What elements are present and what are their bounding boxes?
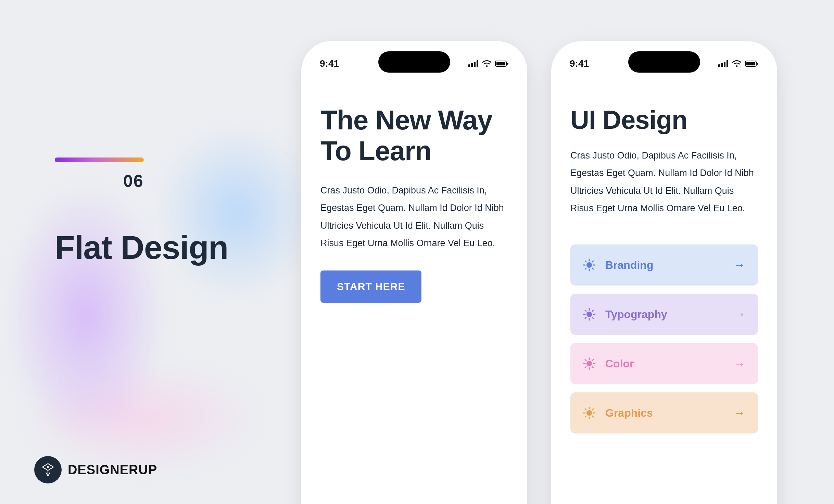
page-title: UI Design [570,105,758,135]
background-gradient [0,89,349,500]
svg-line-49 [585,409,586,410]
phone-mockup-2: 9:41 UI Design Cras Justo Odio, Dapibus … [551,41,777,504]
arrow-right-icon: → [733,307,746,322]
hero-title: The New Way To Learn [320,105,508,166]
slide-meta: 06 Flat Design [55,158,274,266]
cellular-icon [468,60,479,67]
svg-line-23 [592,268,593,269]
svg-line-31 [585,310,586,311]
svg-point-5 [486,65,488,67]
status-bar: 9:41 [301,50,527,77]
svg-point-44 [586,410,592,416]
svg-line-32 [592,317,593,318]
cellular-icon [718,60,729,67]
brand-logo: DESIGNERUP [34,456,157,483]
category-item-typography[interactable]: Typography → [570,294,758,335]
dynamic-island [628,51,700,73]
arrow-right-icon: → [733,258,746,272]
svg-rect-10 [721,63,723,67]
svg-rect-2 [471,63,473,67]
category-label: Color [605,357,733,370]
svg-rect-1 [468,64,470,67]
wifi-icon [732,60,742,67]
svg-rect-3 [474,62,476,67]
svg-point-13 [736,65,737,67]
category-label: Typography [605,308,733,321]
slide-number: 06 [123,171,274,191]
wifi-icon [482,60,492,67]
svg-line-50 [592,416,593,417]
hero-body: Cras Justo Odio, Dapibus Ac Facilisis In… [320,182,508,252]
arrow-right-icon: → [733,356,746,371]
svg-line-51 [592,409,593,410]
page-body: Cras Justo Odio, Dapibus Ac Facilisis In… [570,147,758,217]
svg-line-41 [592,367,593,368]
start-here-button[interactable]: START HERE [320,270,421,303]
svg-rect-8 [507,63,508,65]
svg-rect-15 [746,62,755,65]
svg-point-26 [586,312,592,317]
svg-rect-7 [496,62,505,65]
svg-point-35 [586,361,592,366]
svg-line-22 [585,261,586,262]
category-label: Branding [605,259,733,272]
lightbulb-icon [583,406,596,419]
category-list: Branding → Typography → Color → Graphics [570,244,758,433]
svg-rect-4 [477,60,478,67]
dynamic-island [378,51,450,73]
arrow-right-icon: → [733,406,746,420]
svg-line-33 [592,310,593,311]
svg-rect-9 [718,64,720,67]
category-item-color[interactable]: Color → [570,343,758,384]
battery-icon [495,60,509,67]
svg-line-43 [585,367,586,368]
category-item-graphics[interactable]: Graphics → [570,392,758,433]
lightbulb-icon [583,308,596,321]
slide-title: Flat Design [55,229,274,266]
category-label: Graphics [605,407,733,419]
svg-rect-12 [726,60,728,67]
category-item-branding[interactable]: Branding → [570,244,758,286]
svg-line-52 [585,416,586,417]
svg-line-25 [585,268,586,269]
phone-mockup-1: 9:41 The New Way To Learn Cras Justo Odi… [301,41,527,504]
svg-line-24 [592,261,593,262]
accent-bar [55,158,144,162]
status-time: 9:41 [570,58,589,69]
svg-rect-16 [757,63,758,65]
svg-point-0 [47,466,49,468]
lightbulb-icon [583,259,596,272]
svg-line-34 [585,317,586,318]
lightbulb-icon [583,357,596,370]
brand-name: DESIGNERUP [68,463,157,477]
status-time: 9:41 [320,58,339,69]
brand-badge-icon [34,456,62,483]
svg-rect-11 [724,62,725,67]
status-bar: 9:41 [551,50,777,77]
battery-icon [745,60,759,67]
svg-line-40 [585,360,586,361]
svg-line-42 [592,360,593,361]
svg-point-17 [586,262,592,268]
